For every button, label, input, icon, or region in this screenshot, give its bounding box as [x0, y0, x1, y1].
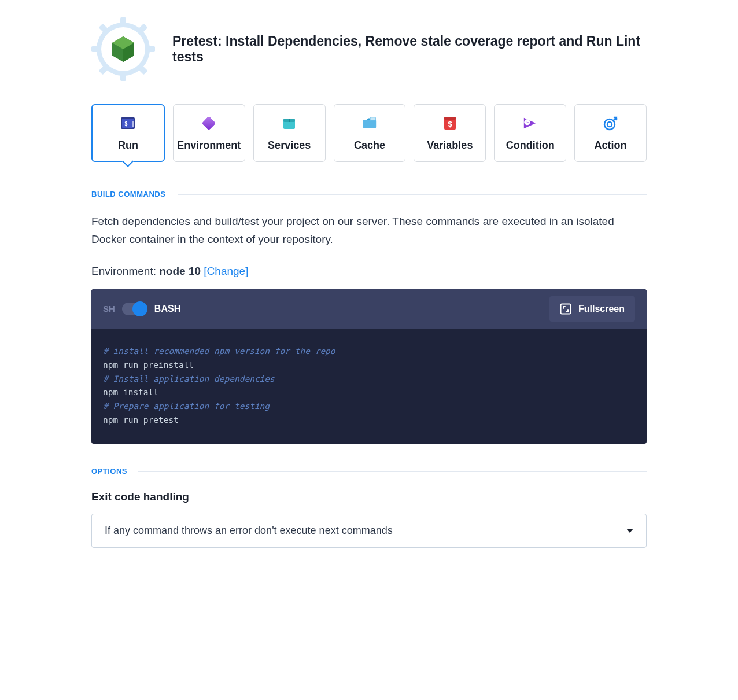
settings-tabs: $ | Run Environment Services Cache $ [91, 104, 647, 162]
code-editor-body[interactable]: # install recommended npm version for th… [91, 329, 647, 444]
chevron-down-icon [626, 529, 633, 533]
tab-label: Environment [177, 139, 241, 152]
tab-label: Cache [354, 139, 385, 152]
bash-mode-label: BASH [154, 304, 180, 314]
code-line: # Prepare application for testing [103, 400, 635, 414]
terminal-icon: $ | [120, 115, 136, 131]
tab-label: Variables [427, 139, 473, 152]
fullscreen-label: Fullscreen [578, 304, 625, 314]
svg-text:$ |: $ | [124, 120, 135, 127]
shell-toggle-switch[interactable] [122, 303, 147, 315]
tab-label: Services [268, 139, 311, 152]
tab-condition[interactable]: IF Condition [494, 104, 566, 162]
diamond-icon [201, 115, 217, 131]
svg-rect-22 [370, 117, 375, 120]
tab-action[interactable]: Action [574, 104, 647, 162]
code-line: npm run pretest [103, 414, 635, 428]
tab-run[interactable]: $ | Run [91, 104, 165, 162]
tab-cache[interactable]: Cache [334, 104, 406, 162]
node-logo-badge [91, 17, 155, 81]
code-line: npm install [103, 386, 635, 400]
code-editor-panel: SH BASH Fullscreen # install recommended… [91, 289, 647, 444]
code-line: npm run preinstall [103, 359, 635, 373]
code-line: # install recommended npm version for th… [103, 345, 635, 359]
tab-label: Condition [506, 139, 555, 152]
fullscreen-icon [560, 303, 571, 315]
code-line: # Install application dependencies [103, 373, 635, 386]
environment-prefix: Environment: [91, 265, 159, 277]
svg-point-30 [607, 122, 612, 127]
exit-code-selected-value: If any command throws an error don't exe… [105, 525, 393, 537]
build-commands-section-header: BUILD COMMANDS [91, 190, 647, 198]
fullscreen-button[interactable]: Fullscreen [549, 296, 635, 322]
box-icon [281, 115, 297, 131]
tab-services[interactable]: Services [253, 104, 326, 162]
svg-text:IF: IF [525, 120, 529, 124]
tab-label: Run [118, 139, 138, 152]
tab-variables[interactable]: $ Variables [414, 104, 486, 162]
change-environment-link[interactable]: [Change] [204, 265, 248, 277]
shell-mode-toggle-group: SH BASH [103, 303, 180, 315]
build-commands-description: Fetch dependencies and build/test your p… [91, 212, 647, 249]
svg-rect-21 [363, 120, 376, 128]
page-title: Pretest: Install Dependencies, Remove st… [172, 34, 647, 65]
dollar-doc-icon: $ [442, 115, 458, 131]
tab-label: Action [595, 139, 627, 152]
target-action-icon [603, 115, 619, 131]
folder-icon [361, 115, 378, 131]
svg-rect-17 [202, 116, 216, 130]
svg-rect-31 [560, 304, 570, 314]
sh-mode-label: SH [103, 304, 115, 314]
exit-code-handling-label: Exit code handling [91, 491, 647, 503]
exit-code-select[interactable]: If any command throws an error don't exe… [91, 514, 647, 548]
tab-environment[interactable]: Environment [173, 104, 245, 162]
options-section-header: OPTIONS [91, 467, 647, 476]
page-header: Pretest: Install Dependencies, Remove st… [91, 12, 647, 81]
if-play-icon: IF [522, 115, 538, 131]
environment-line: Environment: node 10 [Change] [91, 265, 647, 278]
code-editor-header: SH BASH Fullscreen [91, 289, 647, 329]
svg-text:$: $ [448, 120, 452, 128]
svg-rect-20 [289, 119, 290, 122]
environment-value: node 10 [159, 265, 201, 277]
